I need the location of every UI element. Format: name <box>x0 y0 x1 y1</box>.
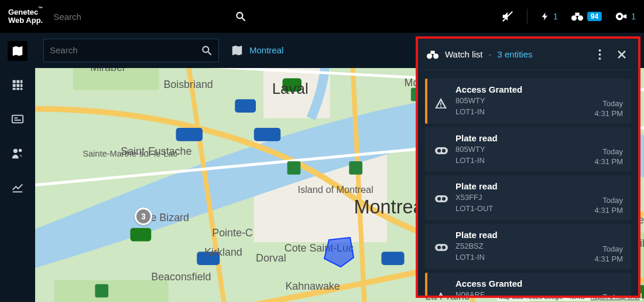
card-title: Access Granted <box>455 84 588 94</box>
map-search[interactable] <box>43 39 219 62</box>
search-icon[interactable] <box>235 11 246 22</box>
svg-point-23 <box>203 46 208 52</box>
card-day: Today <box>595 147 623 156</box>
svg-rect-12 <box>16 84 19 87</box>
svg-point-93 <box>433 53 439 59</box>
svg-text:Laval: Laval <box>272 80 309 97</box>
lpr-camera-icon <box>434 133 448 167</box>
bolt-icon <box>540 11 550 22</box>
binoculars-stat[interactable]: 94 <box>571 11 602 22</box>
global-search-input[interactable] <box>53 12 235 22</box>
map-icon <box>231 44 244 57</box>
svg-point-0 <box>237 12 243 18</box>
card-day: Today <box>595 99 623 108</box>
svg-marker-90 <box>324 237 354 267</box>
close-icon[interactable] <box>614 50 630 59</box>
bolt-count: 1 <box>553 12 558 21</box>
svg-rect-16 <box>20 88 22 90</box>
svg-rect-10 <box>20 80 22 83</box>
card-title: Plate read <box>455 133 588 143</box>
watchlist-card[interactable]: Access GrantedN08ARFLOT1-OUTToday4:31 PM <box>425 273 631 296</box>
binoculars-icon <box>571 11 584 22</box>
lpr-camera-icon <box>434 230 448 263</box>
nav-grid[interactable] <box>8 75 28 95</box>
nav-users[interactable] <box>8 143 28 163</box>
svg-point-21 <box>19 149 22 152</box>
svg-point-3 <box>571 15 577 21</box>
camera-count: 1 <box>631 12 636 21</box>
watchlist-header: Watch list - 3 entities <box>418 39 638 70</box>
svg-rect-105 <box>435 195 448 202</box>
svg-text:Dorval: Dorval <box>256 252 286 264</box>
svg-rect-5 <box>575 13 579 16</box>
card-day: Today <box>595 196 623 205</box>
card-title: Access Granted <box>455 279 588 289</box>
map-selector[interactable]: Montreal <box>231 44 283 57</box>
card-plate: N08ARF <box>455 290 588 296</box>
watchlist-card[interactable]: Plate readZ52BSZLOT1-INToday4:31 PM <box>425 224 631 269</box>
camera-icon <box>615 11 628 22</box>
svg-line-1 <box>242 18 245 21</box>
card-title: Plate read <box>455 230 588 240</box>
card-camera: LOT1-IN <box>455 107 588 118</box>
watchlist-panel: Watch list - 3 entities Access Granted80… <box>416 36 640 298</box>
watchlist-card[interactable]: Plate read805WTYLOT1-INToday4:31 PM <box>425 127 631 172</box>
card-plate: 805WTY <box>455 144 588 155</box>
svg-rect-94 <box>430 50 434 54</box>
pin-count: 3 <box>141 212 146 221</box>
nav-map[interactable] <box>8 41 28 61</box>
watchlist-list[interactable]: Access Granted805WTYLOT1-INToday4:31 PMP… <box>418 70 638 296</box>
binoculars-icon <box>426 49 439 60</box>
svg-text:Sainte-Marthe-sur-le-Lac: Sainte-Marthe-sur-le-Lac <box>83 149 177 158</box>
svg-point-107 <box>442 197 446 201</box>
map-cluster-pin[interactable]: 3 <box>135 208 152 225</box>
card-plate: X53FFJ <box>455 192 588 203</box>
nav-reports[interactable] <box>8 177 28 197</box>
card-plate: Z52BSZ <box>455 241 588 252</box>
svg-rect-9 <box>16 80 19 83</box>
svg-text:Mirabel: Mirabel <box>90 68 125 73</box>
binoculars-badge: 94 <box>587 12 602 21</box>
topbar-status-area: 1 94 1 <box>501 9 636 24</box>
svg-rect-41 <box>254 128 281 141</box>
search-icon[interactable] <box>201 45 213 56</box>
svg-text:Boisbriand: Boisbriand <box>163 79 213 90</box>
svg-text:Kirkland: Kirkland <box>204 246 242 258</box>
svg-rect-17 <box>12 116 23 123</box>
bolt-stat[interactable]: 1 <box>540 11 558 22</box>
svg-point-96 <box>598 53 601 56</box>
svg-rect-35 <box>131 228 152 242</box>
card-title: Plate read <box>455 181 588 191</box>
svg-point-92 <box>427 53 432 59</box>
svg-rect-40 <box>176 128 203 141</box>
side-rail <box>0 33 35 302</box>
card-day: Today <box>595 293 623 296</box>
kebab-menu-icon[interactable] <box>591 49 608 60</box>
svg-point-20 <box>13 149 18 153</box>
svg-text:Island of
Montreal: Island of Montreal <box>298 184 374 195</box>
svg-rect-108 <box>435 244 448 251</box>
svg-point-104 <box>442 149 446 152</box>
map-geofence[interactable] <box>322 235 357 270</box>
app-logo: Genetec™ Web App. <box>8 8 43 25</box>
logo-line2: Web App. <box>8 16 43 25</box>
svg-rect-43 <box>382 252 405 265</box>
svg-point-97 <box>598 57 601 60</box>
svg-point-7 <box>618 15 622 18</box>
watchlist-card[interactable]: Plate readX53FFJLOT1-OUTToday4:31 PM <box>425 175 631 220</box>
svg-line-24 <box>208 52 211 55</box>
svg-rect-45 <box>235 99 256 113</box>
svg-rect-52 <box>95 284 108 298</box>
warning-icon <box>434 84 448 118</box>
watchlist-subtitle[interactable]: 3 entities <box>497 49 532 59</box>
top-bar: Genetec™ Web App. 1 94 1 <box>0 0 644 33</box>
camera-stat[interactable]: 1 <box>615 11 636 22</box>
svg-rect-29 <box>54 280 169 302</box>
map-search-input[interactable] <box>50 45 201 55</box>
watchlist-card[interactable]: Access Granted805WTYLOT1-INToday4:31 PM <box>425 79 631 124</box>
svg-point-110 <box>442 246 446 249</box>
global-search[interactable] <box>53 11 246 22</box>
nav-card[interactable] <box>8 109 28 129</box>
svg-point-95 <box>598 49 601 52</box>
mute-icon[interactable] <box>501 10 514 23</box>
